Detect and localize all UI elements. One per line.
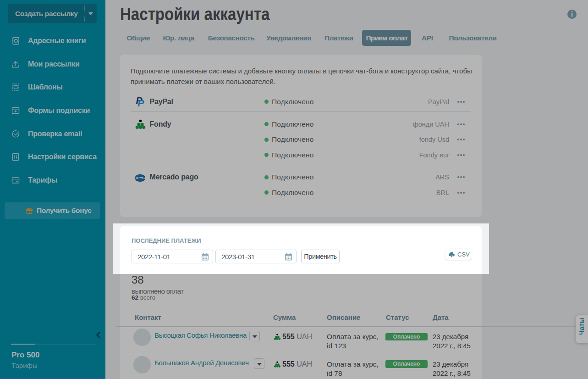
svg-text:P: P (137, 98, 144, 108)
